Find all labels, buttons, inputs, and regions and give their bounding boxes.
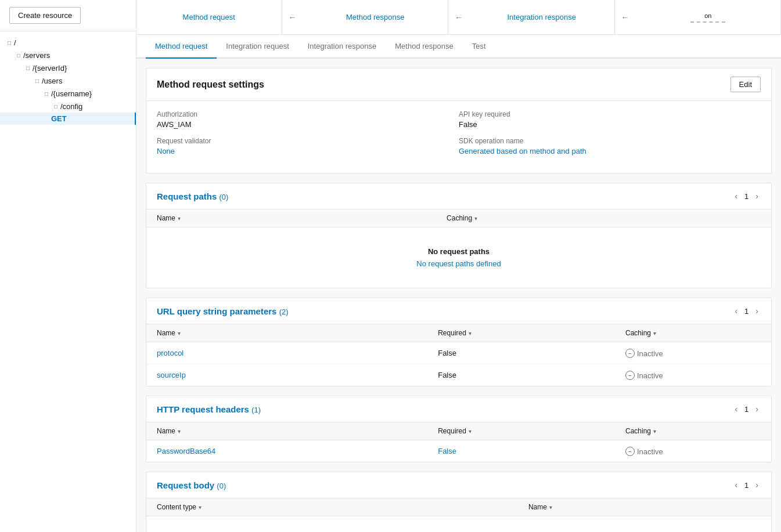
- http-headers-section: HTTP request headers (1) ‹ 1 ›: [146, 396, 772, 462]
- api-key-label: API key required: [459, 110, 761, 118]
- param-name[interactable]: protocol: [157, 349, 183, 357]
- next-page-button[interactable]: ›: [753, 479, 761, 491]
- required-col-header: Required ▾: [427, 324, 615, 342]
- flow-integration-response-label: Integration response: [502, 13, 581, 21]
- request-body-title: Request body (0): [157, 480, 226, 490]
- tab-method-request[interactable]: Method request: [146, 35, 217, 59]
- next-page-button[interactable]: ›: [753, 403, 761, 415]
- tab-method-response[interactable]: Method response: [386, 35, 462, 59]
- prev-page-button[interactable]: ‹: [732, 479, 740, 491]
- caching-col-header: Caching ▾: [615, 324, 771, 342]
- authorization-value: AWS_IAM: [157, 120, 459, 129]
- next-page-button[interactable]: ›: [753, 305, 761, 317]
- inactive-icon: ‒: [625, 447, 635, 456]
- tree-item-root[interactable]: □ /: [0, 36, 136, 49]
- sort-icon: ▾: [474, 215, 477, 222]
- method-request-settings-section: Method request settings Edit Authorizati…: [146, 68, 772, 173]
- tree-item-config[interactable]: □ /config: [0, 100, 136, 113]
- request-paths-section: Request paths (0) ‹ 1 ›: [146, 183, 772, 288]
- api-key-value: False: [459, 120, 761, 129]
- inactive-icon: ‒: [625, 349, 635, 358]
- param-required: False: [427, 364, 615, 386]
- url-query-container: URL query string parameters (2) ‹ 1 ›: [146, 298, 772, 386]
- empty-title: No request paths: [171, 247, 747, 256]
- flow-on-label: on: [704, 12, 711, 19]
- prev-page-button[interactable]: ‹: [732, 403, 740, 415]
- param-caching: ‒ Inactive: [615, 342, 771, 364]
- sdk-operation-value: Generated based on method and path: [459, 147, 761, 155]
- name-col-header: Name ▾: [146, 324, 427, 342]
- url-query-title: URL query string parameters (2): [157, 306, 289, 316]
- tree-item-users[interactable]: □ /users: [0, 74, 136, 87]
- flow-header: Method request ← Method response ← Integ…: [136, 0, 781, 35]
- empty-state-row: No request paths No request paths define…: [146, 227, 771, 288]
- tree-item-serverid[interactable]: □ /{serverId}: [0, 61, 136, 74]
- request-body-empty: No request body No request body defined.: [157, 522, 761, 532]
- tree-item-label: /config: [60, 102, 82, 111]
- create-resource-button[interactable]: Create resource: [9, 7, 81, 24]
- prev-page-button[interactable]: ‹: [732, 190, 740, 202]
- tree-item-servers[interactable]: □ /servers: [0, 49, 136, 61]
- tree-item-label: /users: [42, 77, 62, 85]
- tree-item-label: /servers: [23, 51, 50, 60]
- sort-icon: ▾: [653, 330, 656, 336]
- page-number: 1: [744, 481, 748, 490]
- page-number: 1: [744, 405, 748, 414]
- flow-arrow-3: ←: [615, 13, 636, 22]
- tree-item-label: /{username}: [51, 89, 92, 98]
- flow-box-method-response: Method response: [303, 0, 449, 34]
- tab-test[interactable]: Test: [463, 35, 495, 59]
- request-body-pagination: ‹ 1 ›: [732, 479, 761, 491]
- main-content: Method request ← Method response ← Integ…: [136, 0, 781, 532]
- flow-method-response-label: Method response: [341, 13, 409, 21]
- request-paths-table: Name ▾ Caching ▾: [146, 209, 771, 288]
- next-page-button[interactable]: ›: [753, 190, 761, 202]
- tab-integration-response[interactable]: Integration response: [298, 35, 386, 59]
- flow-on-dots: [690, 21, 725, 23]
- api-key-setting: API key required False: [459, 110, 761, 129]
- sidebar: Create resource □ / □ /servers □ /{serve…: [0, 0, 136, 532]
- header-name[interactable]: PasswordBase64: [157, 447, 215, 455]
- minus-square-icon: □: [33, 76, 42, 85]
- flow-arrow-2: ←: [448, 13, 469, 22]
- tree-item-get-label: GET: [51, 114, 67, 123]
- settings-col-right: API key required False SDK operation nam…: [459, 110, 761, 164]
- tree-item-username[interactable]: □ /{username}: [0, 87, 136, 100]
- page-number: 1: [744, 192, 748, 201]
- sidebar-btn-area: Create resource: [0, 0, 136, 31]
- flow-box-integration-response: Integration response: [469, 0, 615, 34]
- sdk-operation-label: SDK operation name: [459, 137, 761, 145]
- page-number: 1: [744, 307, 748, 316]
- minus-square-icon: □: [14, 50, 23, 60]
- param-name[interactable]: sourceIp: [157, 371, 186, 379]
- tree-item-get[interactable]: GET: [0, 113, 136, 125]
- edit-button[interactable]: Edit: [730, 77, 761, 92]
- section-title: Method request settings: [157, 79, 264, 90]
- empty-state-row: No request body No request body defined.: [146, 516, 771, 533]
- table-row: sourceIp False ‒ Inactive: [146, 364, 771, 386]
- request-validator-setting: Request validator None: [157, 137, 459, 155]
- request-validator-value: None: [157, 147, 459, 155]
- sort-icon: ▾: [653, 428, 656, 435]
- sort-icon: ▾: [178, 428, 181, 435]
- minus-square-icon: □: [51, 102, 60, 111]
- table-row: protocol False ‒ Inactive: [146, 342, 771, 364]
- url-query-pagination: ‹ 1 ›: [732, 305, 761, 317]
- sort-icon: ▾: [549, 504, 552, 511]
- url-query-table: Name ▾ Required ▾: [146, 324, 771, 386]
- http-headers-container: HTTP request headers (1) ‹ 1 ›: [146, 396, 772, 462]
- prev-page-button[interactable]: ‹: [732, 305, 740, 317]
- request-paths-title: Request paths (0): [157, 191, 228, 201]
- http-headers-title: HTTP request headers (1): [157, 404, 261, 414]
- tab-integration-request[interactable]: Integration request: [217, 35, 298, 59]
- request-paths-pagination: ‹ 1 ›: [732, 190, 761, 202]
- flow-box-method-request: Method request: [136, 0, 282, 34]
- minus-square-icon: □: [23, 63, 33, 73]
- tabs-bar: Method request Integration request Integ…: [136, 35, 781, 59]
- request-body-container: Request body (0) ‹ 1 ›: [146, 472, 772, 532]
- request-body-header: Request body (0) ‹ 1 ›: [146, 472, 771, 498]
- url-query-header: URL query string parameters (2) ‹ 1 ›: [146, 298, 771, 324]
- request-validator-label: Request validator: [157, 137, 459, 145]
- authorization-label: Authorization: [157, 110, 459, 118]
- request-paths-header: Request paths (0) ‹ 1 ›: [146, 183, 771, 209]
